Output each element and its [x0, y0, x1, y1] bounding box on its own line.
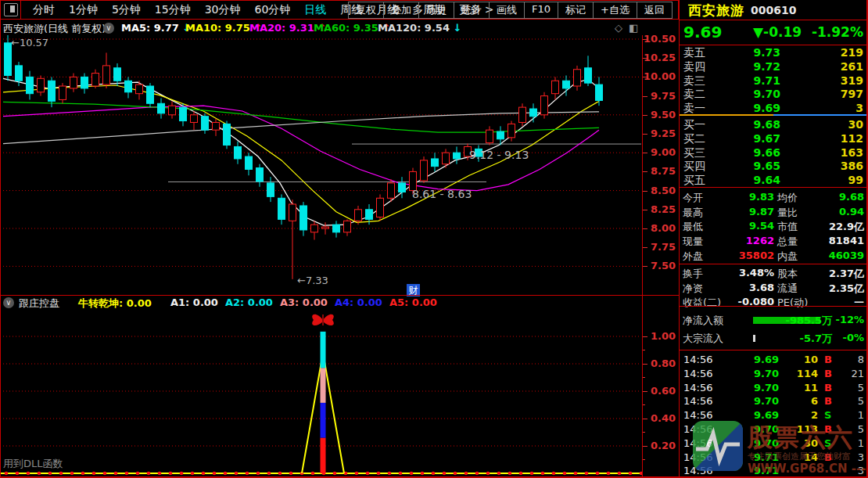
stat-value: 3.48% [679, 267, 774, 279]
candle-49 [541, 96, 548, 115]
candle-45 [497, 131, 504, 139]
candle-41 [454, 153, 461, 159]
tab-period-2[interactable]: 5分钟 [112, 3, 141, 17]
indicator-field-5: A5: 0.00 [389, 297, 437, 308]
stat-value: 46039 [829, 250, 864, 261]
book-price: 9.73 [679, 46, 780, 59]
candle-4 [48, 81, 56, 101]
book-volume: 261 [841, 60, 863, 73]
window-toggle-icon[interactable] [4, 3, 18, 16]
axis-tick-minor [643, 350, 645, 350]
tab-period-3[interactable]: 15分钟 [155, 3, 191, 17]
candle-19 [213, 122, 220, 130]
stats-row-4: 外盘35802内盘46039 [679, 248, 866, 263]
candle-30 [333, 225, 340, 232]
asks-row-2: 卖三9.71319 [679, 74, 866, 88]
price-tick-label: 9.00 [651, 146, 676, 158]
axis-tick-minor [643, 432, 645, 433]
axis-tick [643, 419, 647, 419]
candle-50 [552, 81, 559, 93]
divider [642, 35, 643, 478]
stats-row-7: 收益(二)-0.080PE(动)— [679, 294, 866, 309]
tool-button-8[interactable]: 返回 [637, 2, 672, 18]
candle-14 [158, 103, 165, 113]
indicator-name[interactable]: 跟庄控盘 [19, 297, 59, 311]
book-volume: 99 [848, 174, 863, 186]
candle-16 [180, 107, 187, 120]
ma-arrow-4: ↓ [450, 22, 461, 34]
tool-button-7[interactable]: +自选 [594, 2, 637, 18]
watermark-slogan: 专注股票创造属于您的财富 [748, 451, 851, 462]
candle-15 [169, 106, 176, 115]
candlestick-chart[interactable]: ←10.57←7.339.12 - 9.138.61 - 8.63 [0, 35, 643, 296]
tool-button-4[interactable]: 画线 [490, 2, 525, 18]
asks-row-4: 卖一9.693 [679, 101, 866, 115]
candle-35 [388, 183, 395, 198]
stat-value: 9.87 [679, 206, 774, 217]
book-volume: 112 [841, 132, 863, 145]
tick-side: B [824, 382, 832, 394]
flow-row-1: 大宗流入-5.7万-0% [679, 329, 866, 346]
tool-button-5[interactable]: F10 [525, 2, 558, 18]
price-tick-label: 8.00 [651, 222, 676, 234]
chevron-down-icon[interactable]: ∨ [103, 23, 114, 34]
indicator-field-1: A1: 0.00 [170, 297, 218, 308]
tool-button-2[interactable]: 历史 [419, 2, 454, 18]
book-price: 9.70 [679, 88, 780, 100]
chevron-down-icon[interactable]: ∨ [3, 297, 14, 308]
watermark: 股票六六 专注股票创造属于您的财富 WWW.GP68.CN --- [691, 419, 868, 476]
stat-value: 0.94 [839, 206, 864, 217]
spike-segment-3 [321, 332, 326, 368]
stats-row-5: 换手3.48%股本2.37亿 [679, 265, 866, 280]
candle-44 [486, 130, 493, 142]
axis-tick-minor [643, 459, 645, 460]
divider [679, 306, 868, 307]
stat-value: 2.35亿 [829, 282, 864, 296]
candle-47 [519, 107, 526, 122]
price-tick-label: 10.25 [644, 52, 676, 63]
tab-period-4[interactable]: 30分钟 [205, 3, 241, 17]
tool-button-3[interactable]: 统计 [454, 2, 490, 18]
watermark-logo-icon [693, 421, 743, 471]
tool-button-0[interactable]: 复权 [349, 2, 384, 18]
candle-11 [125, 81, 132, 92]
tab-period-6[interactable]: 日线 [304, 3, 326, 17]
candle-25 [278, 198, 285, 219]
book-volume: 219 [841, 46, 863, 59]
candle-46 [508, 124, 515, 137]
panel-split-icon[interactable]: ◧ [629, 22, 638, 34]
candle-23 [256, 168, 264, 181]
spike-segment-2 [321, 368, 326, 403]
price-axis: 10.5010.2510.009.759.509.259.008.758.508… [643, 35, 679, 296]
tick-side: B [824, 354, 832, 365]
indicator-chart[interactable] [0, 310, 643, 478]
tick-count: 5 [858, 382, 864, 394]
book-price: 9.72 [679, 60, 780, 73]
book-price: 9.69 [679, 102, 780, 114]
indicator-field-0: 牛转乾坤: 0.00 [78, 297, 152, 311]
tool-button-6[interactable]: 标记 [558, 2, 594, 18]
candle-26 [289, 204, 296, 221]
axis-tick [643, 247, 647, 248]
candle-18 [202, 117, 209, 130]
chart-tools: 复权叠加历史统计画线F10标记+自选返回 [348, 2, 673, 19]
tick-side: B [824, 368, 832, 379]
candle-39 [432, 159, 439, 167]
tick-volume: 6 [679, 395, 818, 407]
tab-period-5[interactable]: 60分钟 [255, 3, 291, 17]
diamond-icon[interactable]: ◇ [615, 22, 622, 34]
indicator-field-4: A4: 0.00 [335, 297, 382, 308]
tool-button-1[interactable]: 叠加 [384, 2, 419, 18]
axis-tick [643, 336, 647, 337]
candle-29 [322, 227, 329, 228]
ma-value-4: MA120: 9.54 ↓ [378, 22, 461, 34]
tick-volume: 11 [679, 382, 818, 394]
stat-label: 量比 [777, 206, 798, 220]
price-tick-label: 9.50 [651, 109, 676, 120]
tab-period-1[interactable]: 1分钟 [69, 3, 98, 17]
tick-volume: 10 [679, 354, 818, 365]
tick-row-2: 14:569.7011B5 [679, 381, 866, 395]
tab-period-0[interactable]: 分时 [33, 3, 55, 17]
stat-label: 内盘 [777, 250, 798, 264]
stat-value: 22.9亿 [829, 220, 864, 234]
